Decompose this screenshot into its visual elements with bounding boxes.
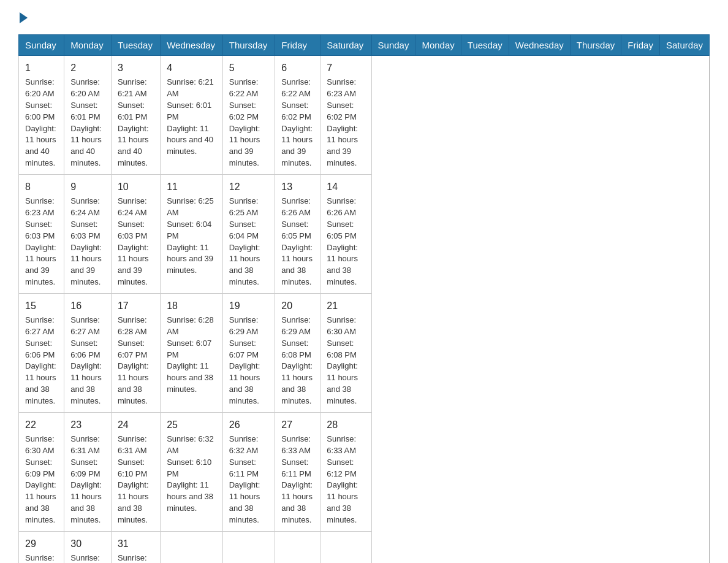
- calendar-header-row: SundayMondayTuesdayWednesdayThursdayFrid…: [19, 35, 710, 56]
- day-info: Sunrise: 6:24 AMSunset: 6:03 PMDaylight:…: [70, 196, 102, 286]
- calendar-day-24: 24Sunrise: 6:31 AMSunset: 6:10 PMDayligh…: [111, 412, 160, 531]
- empty-day: [320, 531, 371, 563]
- day-info: Sunrise: 6:30 AMSunset: 6:09 PMDaylight:…: [25, 434, 56, 524]
- column-header-thursday: Thursday: [570, 35, 621, 56]
- calendar-week-4: 22Sunrise: 6:30 AMSunset: 6:09 PMDayligh…: [19, 412, 710, 531]
- calendar-day-5: 5Sunrise: 6:22 AMSunset: 6:02 PMDaylight…: [222, 56, 275, 175]
- logo-block: [18, 12, 28, 23]
- day-number: 29: [25, 537, 58, 551]
- column-header-friday: Friday: [275, 35, 320, 56]
- calendar-day-15: 15Sunrise: 6:27 AMSunset: 6:06 PMDayligh…: [19, 293, 64, 412]
- calendar-day-20: 20Sunrise: 6:29 AMSunset: 6:08 PMDayligh…: [275, 293, 320, 412]
- day-number: 25: [167, 418, 216, 432]
- calendar-day-13: 13Sunrise: 6:26 AMSunset: 6:05 PMDayligh…: [275, 174, 320, 293]
- day-info: Sunrise: 6:31 AMSunset: 6:10 PMDaylight:…: [118, 434, 149, 524]
- day-number: 14: [327, 180, 365, 194]
- calendar-week-2: 8Sunrise: 6:23 AMSunset: 6:03 PMDaylight…: [19, 174, 710, 293]
- day-info: Sunrise: 6:26 AMSunset: 6:05 PMDaylight:…: [327, 196, 358, 286]
- day-number: 22: [25, 418, 58, 432]
- day-info: Sunrise: 6:20 AMSunset: 6:00 PMDaylight:…: [25, 77, 56, 167]
- calendar-day-8: 8Sunrise: 6:23 AMSunset: 6:03 PMDaylight…: [19, 174, 64, 293]
- day-info: Sunrise: 6:25 AMSunset: 6:04 PMDaylight:…: [229, 196, 260, 286]
- calendar-day-14: 14Sunrise: 6:26 AMSunset: 6:05 PMDayligh…: [320, 174, 371, 293]
- column-header-sunday: Sunday: [371, 35, 415, 56]
- calendar-week-5: 29Sunrise: 6:34 AMSunset: 6:13 PMDayligh…: [19, 531, 710, 563]
- calendar-day-27: 27Sunrise: 6:33 AMSunset: 6:11 PMDayligh…: [275, 412, 320, 531]
- calendar-day-18: 18Sunrise: 6:28 AMSunset: 6:07 PMDayligh…: [161, 293, 223, 412]
- day-number: 7: [327, 61, 365, 75]
- calendar-day-9: 9Sunrise: 6:24 AMSunset: 6:03 PMDaylight…: [64, 174, 112, 293]
- calendar-day-30: 30Sunrise: 6:34 AMSunset: 6:13 PMDayligh…: [64, 531, 112, 563]
- day-info: Sunrise: 6:25 AMSunset: 6:04 PMDaylight:…: [167, 196, 214, 275]
- day-info: Sunrise: 6:23 AMSunset: 6:02 PMDaylight:…: [327, 77, 358, 167]
- day-info: Sunrise: 6:34 AMSunset: 6:13 PMDaylight:…: [70, 553, 102, 563]
- day-info: Sunrise: 6:26 AMSunset: 6:05 PMDaylight:…: [281, 196, 313, 286]
- calendar-day-26: 26Sunrise: 6:32 AMSunset: 6:11 PMDayligh…: [222, 412, 275, 531]
- day-info: Sunrise: 6:27 AMSunset: 6:06 PMDaylight:…: [25, 315, 56, 405]
- calendar-day-25: 25Sunrise: 6:32 AMSunset: 6:10 PMDayligh…: [161, 412, 223, 531]
- day-info: Sunrise: 6:29 AMSunset: 6:08 PMDaylight:…: [281, 315, 313, 405]
- day-number: 18: [167, 299, 216, 313]
- calendar-day-11: 11Sunrise: 6:25 AMSunset: 6:04 PMDayligh…: [161, 174, 223, 293]
- day-info: Sunrise: 6:28 AMSunset: 6:07 PMDaylight:…: [118, 315, 149, 405]
- calendar-day-17: 17Sunrise: 6:28 AMSunset: 6:07 PMDayligh…: [111, 293, 160, 412]
- logo-arrow-icon: [20, 12, 28, 23]
- day-number: 11: [167, 180, 216, 194]
- day-number: 23: [70, 418, 105, 432]
- day-number: 13: [281, 180, 314, 194]
- calendar-day-1: 1Sunrise: 6:20 AMSunset: 6:00 PMDaylight…: [19, 56, 64, 175]
- day-number: 10: [118, 180, 154, 194]
- day-number: 15: [25, 299, 58, 313]
- column-header-saturday: Saturday: [320, 35, 371, 56]
- calendar-day-28: 28Sunrise: 6:33 AMSunset: 6:12 PMDayligh…: [320, 412, 371, 531]
- day-number: 21: [327, 299, 365, 313]
- column-header-sunday: Sunday: [19, 35, 64, 56]
- day-number: 27: [281, 418, 314, 432]
- column-header-wednesday: Wednesday: [509, 35, 570, 56]
- day-number: 31: [118, 537, 154, 551]
- day-number: 19: [229, 299, 269, 313]
- day-info: Sunrise: 6:21 AMSunset: 6:01 PMDaylight:…: [118, 77, 149, 167]
- column-header-tuesday: Tuesday: [461, 35, 509, 56]
- day-info: Sunrise: 6:29 AMSunset: 6:07 PMDaylight:…: [229, 315, 260, 405]
- calendar-day-16: 16Sunrise: 6:27 AMSunset: 6:06 PMDayligh…: [64, 293, 112, 412]
- day-info: Sunrise: 6:21 AMSunset: 6:01 PMDaylight:…: [167, 77, 214, 156]
- calendar-day-7: 7Sunrise: 6:23 AMSunset: 6:02 PMDaylight…: [320, 56, 371, 175]
- day-number: 17: [118, 299, 154, 313]
- day-info: Sunrise: 6:34 AMSunset: 6:13 PMDaylight:…: [25, 553, 56, 563]
- calendar-day-19: 19Sunrise: 6:29 AMSunset: 6:07 PMDayligh…: [222, 293, 275, 412]
- logo: [18, 12, 28, 23]
- day-info: Sunrise: 6:33 AMSunset: 6:12 PMDaylight:…: [327, 434, 358, 524]
- column-header-wednesday: Wednesday: [161, 35, 223, 56]
- day-number: 6: [281, 61, 314, 75]
- column-header-monday: Monday: [64, 35, 112, 56]
- day-number: 16: [70, 299, 105, 313]
- day-info: Sunrise: 6:32 AMSunset: 6:10 PMDaylight:…: [167, 434, 214, 513]
- day-number: 26: [229, 418, 269, 432]
- day-number: 4: [167, 61, 216, 75]
- day-number: 8: [25, 180, 58, 194]
- empty-day: [161, 531, 223, 563]
- calendar-week-1: 1Sunrise: 6:20 AMSunset: 6:00 PMDaylight…: [19, 56, 710, 175]
- calendar-table: SundayMondayTuesdayWednesdayThursdayFrid…: [18, 34, 710, 563]
- day-info: Sunrise: 6:31 AMSunset: 6:09 PMDaylight:…: [70, 434, 102, 524]
- day-number: 5: [229, 61, 269, 75]
- day-number: 30: [70, 537, 105, 551]
- empty-day: [275, 531, 320, 563]
- empty-day: [222, 531, 275, 563]
- calendar-day-21: 21Sunrise: 6:30 AMSunset: 6:08 PMDayligh…: [320, 293, 371, 412]
- calendar-day-12: 12Sunrise: 6:25 AMSunset: 6:04 PMDayligh…: [222, 174, 275, 293]
- column-header-tuesday: Tuesday: [111, 35, 160, 56]
- calendar-day-23: 23Sunrise: 6:31 AMSunset: 6:09 PMDayligh…: [64, 412, 112, 531]
- day-number: 20: [281, 299, 314, 313]
- day-info: Sunrise: 6:28 AMSunset: 6:07 PMDaylight:…: [167, 315, 214, 394]
- day-number: 3: [118, 61, 154, 75]
- day-number: 24: [118, 418, 154, 432]
- calendar-day-2: 2Sunrise: 6:20 AMSunset: 6:01 PMDaylight…: [64, 56, 112, 175]
- day-info: Sunrise: 6:32 AMSunset: 6:11 PMDaylight:…: [229, 434, 260, 524]
- column-header-thursday: Thursday: [222, 35, 275, 56]
- day-number: 9: [70, 180, 105, 194]
- column-header-friday: Friday: [621, 35, 660, 56]
- day-info: Sunrise: 6:30 AMSunset: 6:08 PMDaylight:…: [327, 315, 358, 405]
- day-info: Sunrise: 6:24 AMSunset: 6:03 PMDaylight:…: [118, 196, 149, 286]
